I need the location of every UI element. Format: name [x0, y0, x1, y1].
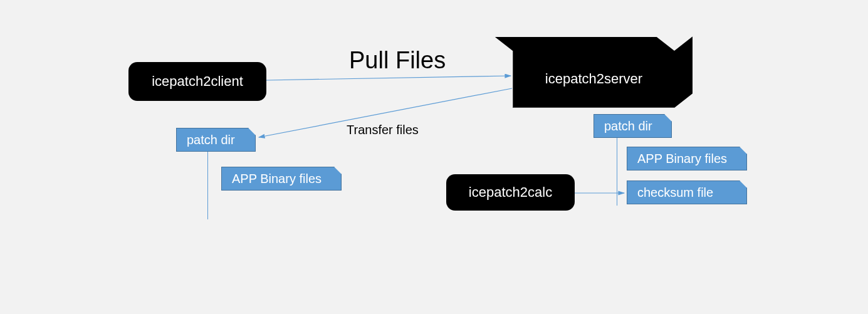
- server-label: icepatch2server: [545, 71, 642, 87]
- left-app-binary-label: APP Binary files: [232, 172, 322, 186]
- server-side-face: [674, 36, 693, 108]
- left-tree-line: [207, 152, 208, 219]
- right-app-binary: APP Binary files: [627, 147, 747, 170]
- server-top-face: [495, 37, 674, 51]
- left-app-binary: APP Binary files: [221, 167, 342, 191]
- left-patch-dir-label: patch dir: [187, 133, 235, 147]
- diagram-title: Pull Files: [349, 47, 446, 74]
- client-node: icepatch2client: [128, 62, 266, 101]
- right-app-binary-label: APP Binary files: [637, 152, 727, 166]
- calc-node: icepatch2calc: [446, 174, 575, 211]
- transfer-label: Transfer files: [347, 123, 419, 137]
- left-patch-dir: patch dir: [176, 128, 256, 152]
- right-tree-line: [617, 138, 617, 206]
- right-checksum-label: checksum file: [637, 186, 713, 200]
- client-label: icepatch2client: [152, 73, 243, 90]
- calc-label: icepatch2calc: [469, 184, 552, 201]
- right-checksum: checksum file: [627, 181, 747, 204]
- right-patch-dir: patch dir: [593, 114, 672, 138]
- arrow-pull: [266, 76, 511, 80]
- server-front-face: icepatch2server: [513, 51, 674, 108]
- right-patch-dir-label: patch dir: [604, 119, 652, 133]
- server-node: icepatch2server: [513, 37, 693, 108]
